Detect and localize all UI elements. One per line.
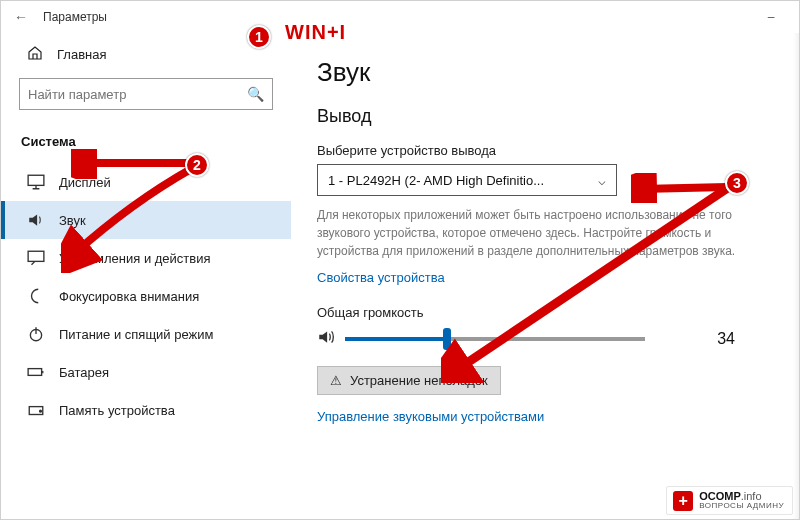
annotation-badge-2: 2 (185, 153, 209, 177)
sidebar-item-battery[interactable]: Батарея (1, 353, 291, 391)
sidebar-item-focus[interactable]: Фокусировка внимания (1, 277, 291, 315)
watermark-plus-icon: + (673, 491, 693, 511)
output-description: Для некоторых приложений может быть наст… (317, 206, 747, 260)
output-device-label: Выберите устройство вывода (317, 143, 771, 158)
sidebar-home-label: Главная (57, 47, 106, 62)
volume-value: 34 (695, 330, 735, 348)
sidebar-item-label: Фокусировка внимания (59, 289, 199, 304)
home-icon (27, 45, 43, 64)
battery-icon (27, 363, 45, 381)
manage-devices-link[interactable]: Управление звуковыми устройствами (317, 409, 544, 424)
section-output: Вывод (317, 106, 771, 127)
sidebar-item-power[interactable]: Питание и спящий режим (1, 315, 291, 353)
search-icon: 🔍 (247, 86, 264, 102)
back-button[interactable]: ← (9, 9, 33, 25)
sidebar-item-label: Дисплей (59, 175, 111, 190)
sidebar-item-label: Уведомления и действия (59, 251, 211, 266)
page-title: Звук (317, 57, 771, 88)
volume-label: Общая громкость (317, 305, 771, 320)
sidebar-home[interactable]: Главная (1, 37, 291, 78)
annotation-badge-1: 1 (247, 25, 271, 49)
volume-speaker-icon[interactable] (317, 328, 335, 350)
message-icon (27, 249, 45, 267)
sidebar-item-display[interactable]: Дисплей (1, 163, 291, 201)
svg-point-5 (40, 410, 42, 412)
sidebar-item-label: Питание и спящий режим (59, 327, 213, 342)
volume-slider-fill (345, 337, 447, 341)
sidebar: Главная 🔍 Система Дисплей Звук Уведом (1, 33, 291, 519)
annotation-badge-3: 3 (725, 171, 749, 195)
warning-icon: ⚠ (330, 373, 342, 388)
annotation-shortcut-text: WIN+I (285, 21, 346, 44)
search-input-wrap[interactable]: 🔍 (19, 78, 273, 110)
svg-rect-0 (28, 175, 44, 185)
sidebar-group-system: Система (1, 128, 291, 163)
window-title: Параметры (43, 10, 107, 24)
output-device-value: 1 - PL2492H (2- AMD High Definitio... (328, 173, 544, 188)
troubleshoot-button[interactable]: ⚠ Устранение неполадок (317, 366, 501, 395)
search-input[interactable] (28, 87, 247, 102)
svg-rect-3 (28, 369, 42, 376)
content-pane: Звук Вывод Выберите устройство вывода 1 … (291, 33, 799, 519)
power-icon (27, 325, 45, 343)
watermark-tagline: ВОПРОСЫ АДМИНУ (699, 502, 784, 511)
sidebar-item-label: Память устройства (59, 403, 175, 418)
volume-row: 34 (317, 328, 771, 350)
output-device-dropdown[interactable]: 1 - PL2492H (2- AMD High Definitio... ⌵ (317, 164, 617, 196)
volume-slider[interactable] (345, 337, 645, 341)
sidebar-item-storage[interactable]: Память устройства (1, 391, 291, 429)
storage-icon (27, 401, 45, 419)
chevron-down-icon: ⌵ (598, 173, 606, 188)
titlebar: ← Параметры – (1, 1, 799, 33)
sidebar-item-sound[interactable]: Звук (1, 201, 291, 239)
moon-icon (27, 287, 45, 305)
sidebar-item-label: Звук (59, 213, 86, 228)
watermark: + OCOMP.info ВОПРОСЫ АДМИНУ (666, 486, 793, 515)
display-icon (27, 173, 45, 191)
sidebar-item-notifications[interactable]: Уведомления и действия (1, 239, 291, 277)
minimize-button[interactable]: – (751, 10, 791, 24)
svg-rect-1 (28, 251, 44, 261)
settings-window: ← Параметры – Главная 🔍 Система Дисплей (0, 0, 800, 520)
volume-slider-thumb[interactable] (443, 328, 451, 350)
sidebar-item-label: Батарея (59, 365, 109, 380)
device-properties-link[interactable]: Свойства устройства (317, 270, 445, 285)
speaker-icon (27, 211, 45, 229)
troubleshoot-label: Устранение неполадок (350, 373, 488, 388)
sidebar-nav: Дисплей Звук Уведомления и действия Фоку… (1, 163, 291, 429)
